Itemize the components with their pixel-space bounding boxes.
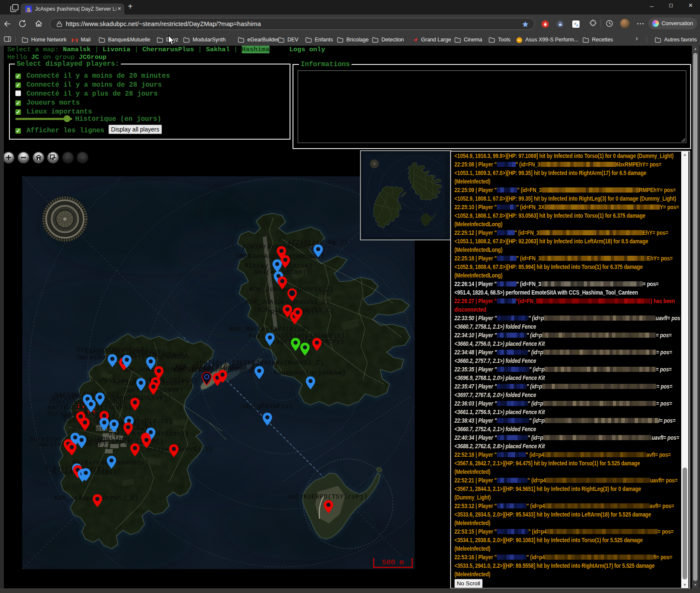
svg-text:Bob_Marley(X74tXrs3): Bob_Marley(X74tXrs3) [229,326,310,333]
svg-text:ANTYKUERPO(TSYlrvPj): ANTYKUERPO(TSYlrvPj) [287,494,368,501]
svg-text:Kanapesh(qrj4AKAm): Kanapesh(qrj4AKAm) [273,370,346,377]
svg-text:500 m: 500 m [382,558,404,567]
svg-text:Jay(gFdYWEzv): Jay(gFdYWEzv) [241,403,293,410]
svg-text:Survivor.brv.set(InTqEW4Gh3): Survivor.brv.set(InTqEW4Gh3) [77,354,190,361]
svg-text:KDK_JcAspes(OnhVSi_Z): KDK_JcAspes(OnhVSi_Z) [122,366,206,374]
